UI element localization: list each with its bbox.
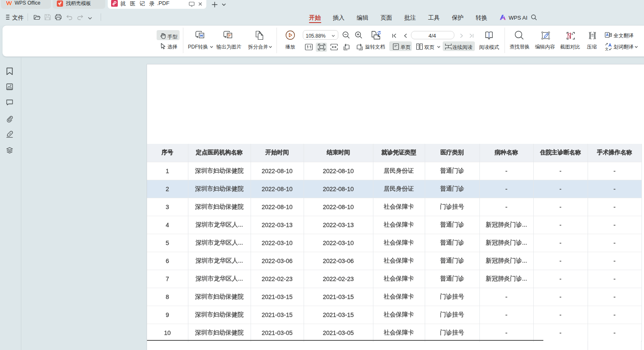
svg-text:文: 文 <box>605 47 609 51</box>
